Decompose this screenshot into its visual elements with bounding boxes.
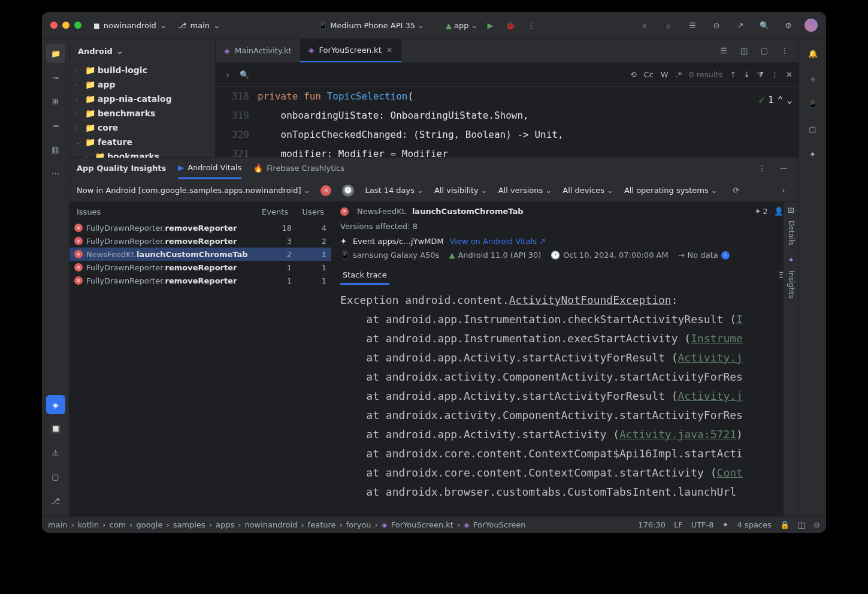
arrow-up-icon[interactable]: ↑ <box>730 70 736 79</box>
list-view-icon[interactable]: ☰ <box>716 43 731 59</box>
more-icon[interactable]: ⋮ <box>754 161 770 176</box>
vcs-icon[interactable]: ⎇ <box>46 491 65 510</box>
arrow-down-icon[interactable]: ↓ <box>743 70 750 79</box>
expand-icon[interactable]: › <box>776 183 791 198</box>
chevron-up-icon[interactable]: ⌃ <box>778 91 784 110</box>
editor-tab-active[interactable]: ◈ ForYouScreen.kt ✕ <box>300 39 401 62</box>
android-vitals-tab[interactable]: ▶ Android Vitals <box>178 158 241 179</box>
project-tool-icon[interactable]: 📁 <box>46 44 65 63</box>
problems-icon[interactable]: ⚠ <box>46 443 65 462</box>
prev-occurrence-icon[interactable]: ⟲ <box>630 70 637 79</box>
editor-tab[interactable]: ◈ MainActivity.kt <box>216 39 300 62</box>
devices-filter[interactable]: All devices <box>562 186 613 195</box>
breadcrumb-item[interactable]: google <box>136 520 162 529</box>
issue-row[interactable]: FullyDrawnReporter.removeReporter184 <box>69 221 331 234</box>
close-window[interactable] <box>50 22 58 29</box>
indent-setting[interactable]: 4 spaces <box>737 520 771 529</box>
breadcrumb-item[interactable]: feature <box>308 520 336 529</box>
chevron-down-icon[interactable]: ⌄ <box>787 91 793 110</box>
minimize-icon[interactable]: — <box>776 161 791 176</box>
expand-arrow-icon[interactable]: › <box>222 70 234 79</box>
project-panel-header[interactable]: Android <box>69 39 215 63</box>
crashlytics-tab[interactable]: 🔥 Firebase Crashlytics <box>253 158 344 179</box>
insights-tab[interactable]: Insights <box>787 270 796 298</box>
breadcrumb-item[interactable]: ForYouScreen.kt <box>391 520 453 529</box>
info-icon[interactable]: i <box>721 251 730 260</box>
breadcrumb-item[interactable]: main <box>48 520 67 529</box>
visibility-filter[interactable]: All visibility <box>434 186 488 195</box>
ai-icon[interactable]: ✦ <box>803 144 822 164</box>
more-tools-icon[interactable]: ⋯ <box>46 164 65 183</box>
inspection-badge[interactable]: ✓ 1 ⌃ ⌄ <box>758 91 793 110</box>
tree-item[interactable]: ›📁build-logic <box>69 63 215 77</box>
tree-item[interactable]: ›📁app <box>69 77 215 92</box>
stack-trace-text[interactable]: Exception android.content.ActivityNotFou… <box>332 285 799 516</box>
device-manager-icon[interactable]: 📱 <box>803 94 822 113</box>
file-encoding[interactable]: UTF-8 <box>691 520 714 529</box>
debug-button[interactable]: 🐞 <box>503 17 518 33</box>
line-separator[interactable]: LF <box>674 520 683 529</box>
close-icon[interactable]: ✕ <box>786 70 793 79</box>
more-actions-button[interactable]: ⋮ <box>523 17 539 33</box>
search-icon[interactable]: 🔍 <box>240 70 249 79</box>
view-on-vitals-link[interactable]: View on Android Vitals ↗ <box>450 237 546 246</box>
profiler-icon[interactable]: ⊙ <box>709 17 724 33</box>
issue-row[interactable]: NewsFeedKt.launchCustomChromeTab21 <box>69 248 331 261</box>
filter-icon[interactable]: ⧩ <box>757 70 764 80</box>
details-tab[interactable]: Details <box>787 221 796 246</box>
breadcrumb-item[interactable]: samples <box>173 520 205 529</box>
fatal-filter-icon[interactable]: ✕ <box>320 185 331 196</box>
breadcrumb-item[interactable]: nowinandroid <box>244 520 297 529</box>
find-icon[interactable]: 🔍 <box>757 17 772 33</box>
code-area[interactable]: 318 319 320 321 private fun TopicSelecti… <box>216 87 799 157</box>
settings-icon[interactable]: ⚙ <box>781 17 796 33</box>
breadcrumb-item[interactable]: apps <box>216 520 234 529</box>
inspect-icon[interactable]: ↗ <box>733 17 748 33</box>
breadcrumb-item[interactable]: foryou <box>346 520 371 529</box>
breadcrumb[interactable]: mainkotlincomgooglesamplesappsnowinandro… <box>48 520 526 529</box>
more-icon[interactable]: ⋮ <box>777 43 793 59</box>
whole-word-toggle[interactable]: W <box>661 70 669 79</box>
regex-toggle[interactable]: .* <box>676 70 682 79</box>
time-filter[interactable]: Last 14 days <box>365 186 423 195</box>
tree-item[interactable]: ⌄📁feature <box>69 135 215 149</box>
project-selector[interactable]: ◼ nowinandroid <box>93 20 167 30</box>
issue-row[interactable]: FullyDrawnReporter.removeReporter11 <box>69 261 331 274</box>
terminal-icon[interactable]: ▢ <box>46 467 65 486</box>
search-icon[interactable]: ⌕ <box>661 17 676 33</box>
close-icon[interactable]: ✕ <box>386 46 393 55</box>
code-lines[interactable]: private fun TopicSelection( onboardingUi… <box>258 87 799 157</box>
structure-icon[interactable]: ☰ <box>685 17 700 33</box>
table-icon[interactable]: ⊞ <box>788 206 794 215</box>
gradle-icon[interactable]: ⟐ <box>803 69 822 88</box>
anr-filter-icon[interactable]: 🕐 <box>342 185 354 197</box>
breadcrumb-item[interactable]: ForYouScreen <box>473 520 525 529</box>
user-avatar[interactable] <box>805 19 818 32</box>
tree-item[interactable]: ›📁app-nia-catalog <box>69 92 215 106</box>
run-config-selector[interactable]: ▲ app <box>446 21 477 30</box>
running-devices-icon[interactable]: ▢ <box>803 119 822 138</box>
notifications-icon[interactable]: 🔔 <box>803 44 822 63</box>
os-filter[interactable]: All operating systems <box>624 186 718 195</box>
tree-item[interactable]: ›📁core <box>69 120 215 135</box>
logcat-icon[interactable]: 🔲 <box>46 419 65 438</box>
resource-manager-icon[interactable]: ▥ <box>46 140 65 159</box>
breadcrumb-item[interactable]: com <box>109 520 126 529</box>
app-selector[interactable]: Now in Android [com.google.samples.apps.… <box>77 186 310 195</box>
caret-position[interactable]: 176:30 <box>638 520 666 529</box>
match-case-toggle[interactable]: Cc <box>644 70 654 79</box>
issue-row[interactable]: FullyDrawnReporter.removeReporter32 <box>69 234 331 248</box>
code-with-me-icon[interactable]: ⟐ <box>637 17 652 33</box>
lock-icon[interactable]: 🔒 <box>780 520 790 529</box>
breadcrumb-item[interactable]: kotlin <box>78 520 99 529</box>
commit-tool-icon[interactable]: ⊸ <box>46 68 65 87</box>
preview-icon[interactable]: ▢ <box>757 43 772 59</box>
tree-item[interactable]: ›📁benchmarks <box>69 106 215 120</box>
minimize-window[interactable] <box>62 22 69 29</box>
readonly-icon[interactable]: ◫ <box>798 520 805 529</box>
pull-requests-icon[interactable]: ⫘ <box>46 116 65 135</box>
more-icon[interactable]: ⋮ <box>771 70 779 79</box>
run-button[interactable]: ▶ <box>482 17 498 33</box>
refresh-icon[interactable]: ⟳ <box>728 183 744 198</box>
issue-row[interactable]: FullyDrawnReporter.removeReporter11 <box>69 274 331 287</box>
